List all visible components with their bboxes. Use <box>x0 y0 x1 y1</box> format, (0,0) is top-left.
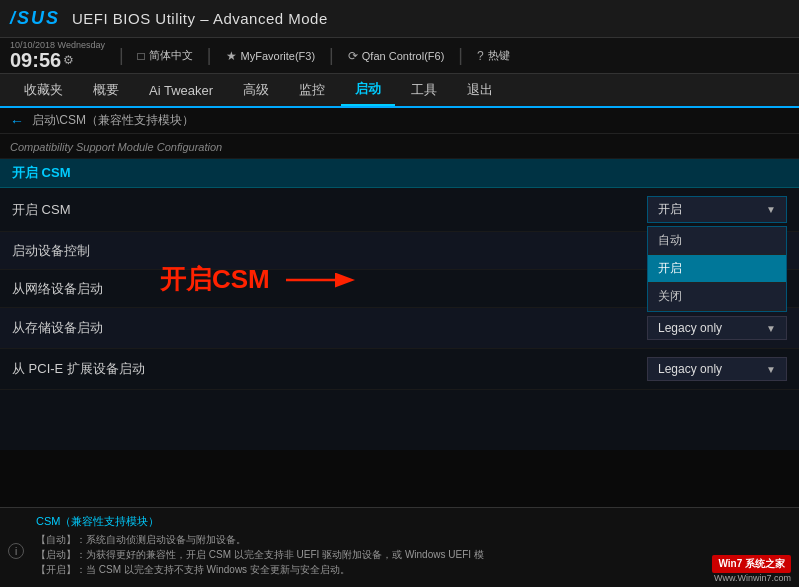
hotkey-icon: ? <box>477 49 484 63</box>
tab-overview[interactable]: 概要 <box>79 75 133 105</box>
csm-enable-row: 开启 CSM 开启 ▼ 自动 开启 关闭 <box>0 188 799 232</box>
annotation: 开启CSM <box>160 262 362 297</box>
info-divider: | <box>119 45 124 66</box>
hotkey-button[interactable]: ? 热键 <box>477 48 510 63</box>
gear-icon[interactable]: ⚙ <box>63 54 74 67</box>
bottom-panel: i CSM（兼容性支持模块） 【自动】：系统自动侦测启动设备与附加设备。 【启动… <box>0 507 799 587</box>
info-bar: 10/10/2018 Wednesday 09:56 ⚙ | □ 简体中文 | … <box>0 38 799 74</box>
info-divider2: | <box>207 45 212 66</box>
bottom-line-1: 【自动】：系统自动侦测启动设备与附加设备。 <box>36 532 789 547</box>
annotation-arrow-svg <box>282 268 362 292</box>
pcie-boot-arrow: ▼ <box>766 364 776 375</box>
watermark: Win7 系统之家 Www.Winwin7.com <box>712 555 791 583</box>
favorite-label: MyFavorite(F3) <box>241 50 316 62</box>
csm-option-auto[interactable]: 自动 <box>648 227 786 255</box>
content-spacer <box>0 390 799 450</box>
bottom-content: 【自动】：系统自动侦测启动设备与附加设备。 【启动】：为获得更好的兼容性，开启 … <box>36 532 789 577</box>
pcie-boot-label: 从 PCI-E 扩展设备启动 <box>12 360 647 378</box>
language-icon: □ <box>138 49 145 63</box>
bottom-title: CSM（兼容性支持模块） <box>36 514 789 529</box>
storage-boot-arrow: ▼ <box>766 323 776 334</box>
info-icon: i <box>8 543 24 559</box>
language-selector[interactable]: □ 简体中文 <box>138 48 193 63</box>
content-area: 开启 CSM 开启 ▼ 自动 开启 关闭 启动设备控制 从网络设备启动 开启CS… <box>0 188 799 450</box>
bottom-text-area: CSM（兼容性支持模块） 【自动】：系统自动侦测启动设备与附加设备。 【启动】：… <box>36 514 789 577</box>
time-display: 09:56 <box>10 50 61 70</box>
storage-boot-row: 从存储设备启动 Legacy only ▼ <box>0 308 799 349</box>
tab-boot[interactable]: 启动 <box>341 74 395 106</box>
qfan-button[interactable]: ⟳ Qfan Control(F6) <box>348 49 445 63</box>
info-divider3: | <box>329 45 334 66</box>
tab-ai-tweaker[interactable]: Ai Tweaker <box>135 77 227 104</box>
header-bar: /SUS UEFI BIOS Utility – Advanced Mode <box>0 0 799 38</box>
tab-monitor[interactable]: 监控 <box>285 75 339 105</box>
datetime: 10/10/2018 Wednesday 09:56 ⚙ <box>10 41 105 71</box>
hotkey-label: 热键 <box>488 48 510 63</box>
nav-tabs: 收藏夹 概要 Ai Tweaker 高级 监控 启动 工具 退出 <box>0 74 799 108</box>
favorite-icon: ★ <box>226 49 237 63</box>
breadcrumb-bar: ← 启动\CSM（兼容性支持模块） <box>0 108 799 134</box>
favorite-button[interactable]: ★ MyFavorite(F3) <box>226 49 316 63</box>
bios-title: UEFI BIOS Utility – Advanced Mode <box>72 10 328 27</box>
csm-enable-label: 开启 CSM <box>12 201 647 219</box>
qfan-label: Qfan Control(F6) <box>362 50 445 62</box>
tab-exit[interactable]: 退出 <box>453 75 507 105</box>
storage-boot-dropdown[interactable]: Legacy only ▼ <box>647 316 787 340</box>
csm-enable-value: 开启 <box>658 201 682 218</box>
bottom-line-2: 【启动】：为获得更好的兼容性，开启 CSM 以完全支持非 UEFI 驱动附加设备… <box>36 547 789 562</box>
back-arrow[interactable]: ← <box>10 113 24 129</box>
tab-tools[interactable]: 工具 <box>397 75 451 105</box>
tab-favorites[interactable]: 收藏夹 <box>10 75 77 105</box>
storage-boot-value: Legacy only <box>658 321 722 335</box>
annotation-text: 开启CSM <box>160 262 270 297</box>
bottom-line-3: 【开启】：当 CSM 以完全支持不支持 Windows 安全更新与安全启动。 <box>36 562 789 577</box>
watermark-url: Www.Winwin7.com <box>714 573 791 583</box>
csm-enable-dropdown-arrow: ▼ <box>766 204 776 215</box>
csm-option-disable[interactable]: 关闭 <box>648 283 786 311</box>
asus-logo: /SUS <box>10 8 60 29</box>
storage-boot-label: 从存储设备启动 <box>12 319 647 337</box>
breadcrumb: 启动\CSM（兼容性支持模块） <box>32 112 194 129</box>
pcie-boot-row: 从 PCI-E 扩展设备启动 Legacy only ▼ <box>0 349 799 390</box>
language-label: 简体中文 <box>149 48 193 63</box>
csm-enable-dropdown[interactable]: 开启 ▼ <box>647 196 787 223</box>
pcie-boot-dropdown[interactable]: Legacy only ▼ <box>647 357 787 381</box>
watermark-logo: Win7 系统之家 <box>712 555 791 573</box>
info-divider4: | <box>458 45 463 66</box>
qfan-icon: ⟳ <box>348 49 358 63</box>
section-title: 开启 CSM <box>12 164 71 182</box>
section-header: 开启 CSM <box>0 159 799 188</box>
csm-dropdown-menu: 自动 开启 关闭 <box>647 226 787 312</box>
pcie-boot-value: Legacy only <box>658 362 722 376</box>
tab-advanced[interactable]: 高级 <box>229 75 283 105</box>
csm-option-enable[interactable]: 开启 <box>648 255 786 283</box>
subtitle: Compatibility Support Module Configurati… <box>10 141 222 153</box>
subtitle-bar: Compatibility Support Module Configurati… <box>0 134 799 159</box>
